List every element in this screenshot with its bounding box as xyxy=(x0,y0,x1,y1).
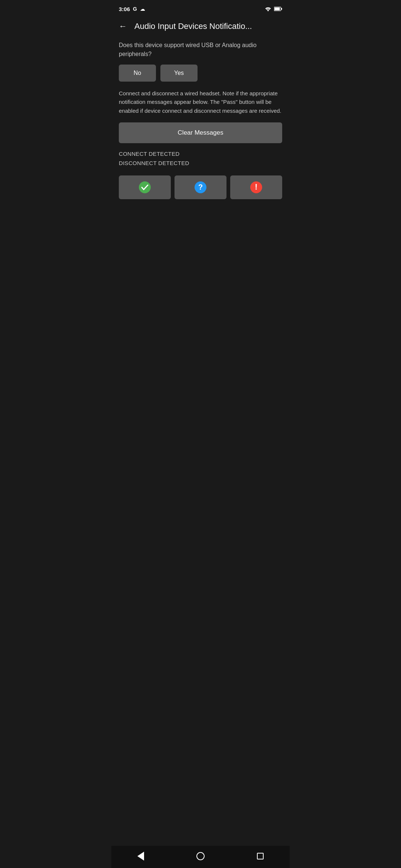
bottom-nav xyxy=(111,846,290,868)
info-question-icon: ? xyxy=(194,181,207,194)
google-icon: G xyxy=(133,6,137,12)
status-bar-right xyxy=(264,6,282,12)
nav-home-button[interactable] xyxy=(189,849,212,863)
action-buttons-row: ? ! xyxy=(119,175,282,199)
page-title: Audio Input Devices Notificatio... xyxy=(134,22,284,31)
svg-point-3 xyxy=(139,181,151,193)
fail-button[interactable]: ! xyxy=(230,175,282,199)
fail-exclamation-icon: ! xyxy=(250,181,263,194)
instruction-text: Connect and disconnect a wired headset. … xyxy=(119,89,282,115)
pass-checkmark-icon xyxy=(138,181,151,194)
yn-button-row: No Yes xyxy=(119,65,282,82)
cloud-icon: ☁ xyxy=(140,6,145,12)
nav-recents-button[interactable] xyxy=(250,850,271,862)
back-button[interactable]: ← xyxy=(117,21,128,32)
nav-recents-icon xyxy=(257,853,264,859)
svg-rect-1 xyxy=(281,8,282,10)
main-content: Does this device support wired USB or An… xyxy=(111,38,290,846)
status-time: 3:06 xyxy=(119,6,130,12)
svg-text:!: ! xyxy=(255,182,257,191)
nav-back-icon xyxy=(137,852,144,861)
pass-button[interactable] xyxy=(119,175,171,199)
question-text: Does this device support wired USB or An… xyxy=(119,41,282,59)
battery-icon xyxy=(274,7,282,11)
yes-button[interactable]: Yes xyxy=(160,65,198,82)
disconnect-detected-text: DISCONNECT DETECTED xyxy=(119,158,282,168)
wifi-icon xyxy=(264,6,272,12)
clear-messages-button[interactable]: Clear Messages xyxy=(119,122,282,143)
toolbar: ← Audio Input Devices Notificatio... xyxy=(111,16,290,38)
connect-detected-text: CONNECT DETECTED xyxy=(119,149,282,159)
nav-back-button[interactable] xyxy=(130,849,151,864)
svg-rect-2 xyxy=(274,7,280,10)
info-button[interactable]: ? xyxy=(175,175,226,199)
nav-home-icon xyxy=(196,852,205,860)
detection-messages: CONNECT DETECTED DISCONNECT DETECTED xyxy=(119,149,282,168)
no-button[interactable]: No xyxy=(119,65,156,82)
status-bar: 3:06 G ☁ xyxy=(111,0,290,16)
status-bar-left: 3:06 G ☁ xyxy=(119,6,145,12)
svg-text:?: ? xyxy=(198,183,203,191)
